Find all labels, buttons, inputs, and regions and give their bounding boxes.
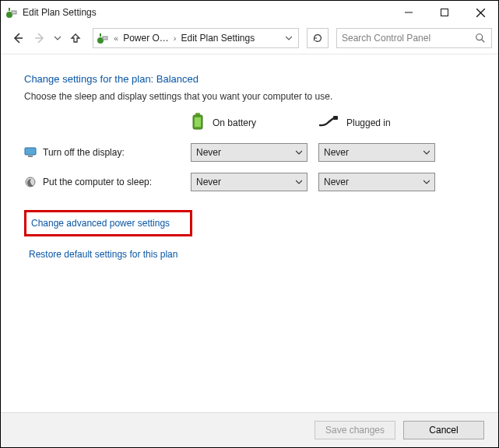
row-sleep-label: Put the computer to sleep: [24,176,180,188]
chevron-right-icon[interactable]: › [172,33,178,43]
svg-rect-2 [12,11,16,14]
search-placeholder: Search Control Panel [342,33,469,44]
advanced-power-settings-link[interactable]: Change advanced power settings [24,210,192,236]
display-plugged-combo[interactable]: Never [318,143,435,162]
battery-icon [191,113,205,132]
svg-point-7 [476,34,483,40]
app-icon [5,6,18,19]
breadcrumb-parent[interactable]: Power O… [123,33,169,44]
settings-grid: On battery Plugged in Turn off the displ… [24,113,476,191]
forward-button [30,29,49,47]
address-dropdown[interactable] [283,33,295,44]
svg-rect-10 [195,117,201,127]
close-button[interactable] [462,1,498,24]
breadcrumb-current[interactable]: Edit Plan Settings [181,33,255,44]
refresh-button[interactable] [307,28,329,48]
row-display-text: Turn off the display: [43,147,125,158]
main-content: Change settings for the plan: Balanced C… [1,54,498,271]
svg-rect-3 [441,9,448,16]
recent-locations-button[interactable] [52,29,63,47]
svg-rect-12 [25,148,36,155]
display-plugged-value: Never [324,147,349,158]
save-changes-button: Save changes [315,421,395,439]
sleep-plugged-combo[interactable]: Never [318,173,435,191]
nav-toolbar: « Power O… › Edit Plan Settings Search C… [1,24,498,52]
search-box[interactable]: Search Control Panel [336,28,492,48]
chevron-down-icon [423,147,430,158]
page-heading: Change settings for the plan: Balanced [24,73,476,85]
svg-rect-13 [28,156,33,157]
cancel-button[interactable]: Cancel [403,421,484,439]
sleep-icon [24,176,37,188]
restore-defaults-link[interactable]: Restore default settings for this plan [24,246,182,263]
sleep-battery-combo[interactable]: Never [191,173,307,191]
plug-icon [318,115,339,130]
maximize-button[interactable] [427,1,462,24]
svg-rect-6 [103,37,107,40]
row-sleep-text: Put the computer to sleep: [43,177,152,187]
minimize-button[interactable] [391,1,427,24]
column-label-battery: On battery [213,117,256,128]
footer-bar: Save changes Cancel [1,412,498,447]
column-label-plugged: Plugged in [346,117,391,128]
address-bar[interactable]: « Power O… › Edit Plan Settings [93,28,299,48]
sleep-battery-value: Never [196,177,221,187]
links-section: Change advanced power settings Restore d… [24,213,476,263]
display-battery-value: Never [196,147,221,158]
display-battery-combo[interactable]: Never [191,143,307,162]
column-on-battery: On battery [191,113,307,132]
svg-rect-1 [9,8,10,11]
svg-rect-11 [333,116,338,120]
title-bar: Edit Plan Settings [1,1,498,24]
crumb-prefix: « [112,33,120,43]
back-button[interactable] [9,29,27,47]
display-icon [24,146,37,159]
sleep-plugged-value: Never [324,177,349,187]
chevron-down-icon [296,177,302,187]
chevron-down-icon [423,177,430,187]
up-button[interactable] [66,29,85,47]
window-title: Edit Plan Settings [23,7,97,18]
svg-rect-5 [100,33,101,37]
column-plugged-in: Plugged in [318,115,435,130]
power-options-icon [97,32,109,44]
row-display-label: Turn off the display: [24,146,180,159]
search-icon[interactable] [469,33,491,44]
chevron-down-icon [296,147,302,158]
page-subtext: Choose the sleep and display settings th… [24,91,476,102]
